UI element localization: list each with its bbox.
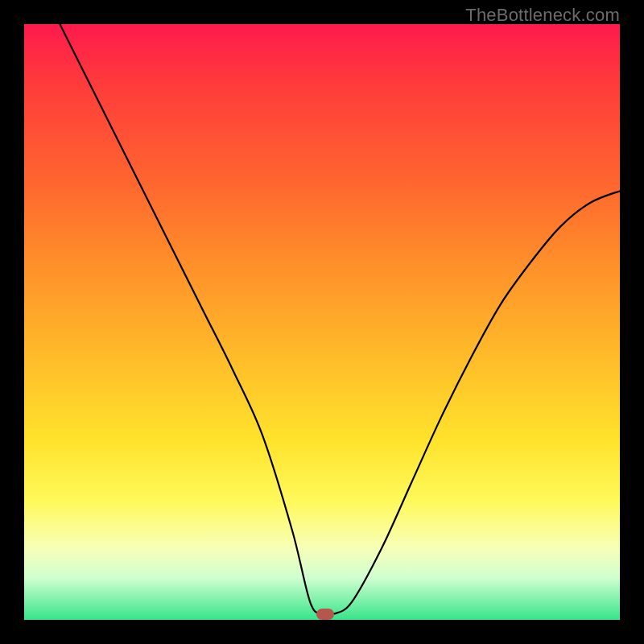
bottleneck-curve [24, 24, 620, 620]
curve-path [60, 24, 620, 615]
chart-frame: TheBottleneck.com [0, 0, 644, 644]
attribution-label: TheBottleneck.com [465, 5, 620, 26]
optimum-marker [316, 609, 334, 620]
plot-area [24, 24, 620, 620]
